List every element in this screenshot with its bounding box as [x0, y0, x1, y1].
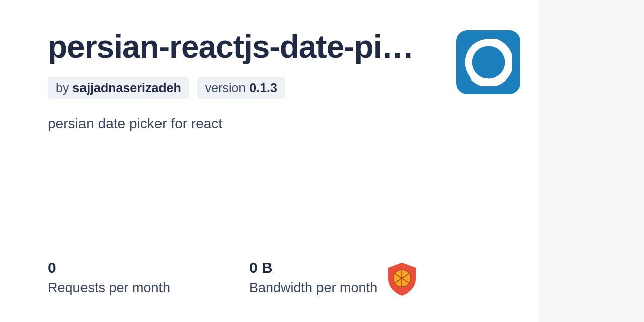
jsdelivr-logo-icon	[386, 262, 418, 297]
author-badge: by sajjadnaserizadeh	[48, 77, 189, 99]
stat-requests-label: Requests per month	[48, 280, 249, 296]
badges-row: by sajjadnaserizadeh version 0.1.3	[48, 77, 441, 99]
version-badge: version 0.1.3	[197, 77, 285, 99]
stat-requests-value: 0	[48, 259, 249, 276]
author-name: sajjadnaserizadeh	[72, 80, 181, 95]
stat-bandwidth-label: Bandwidth per month	[249, 280, 450, 296]
stat-requests: 0 Requests per month	[48, 259, 249, 296]
avatar	[456, 30, 520, 94]
stat-bandwidth-value: 0 B	[249, 259, 450, 276]
by-prefix: by	[56, 80, 72, 95]
sidebar-edge	[538, 0, 644, 322]
avatar-icon	[465, 39, 512, 86]
package-description: persian date picker for react	[48, 116, 441, 132]
stat-bandwidth: 0 B Bandwidth per month	[249, 259, 450, 296]
version-value: 0.1.3	[249, 80, 277, 95]
package-title: persian-reactjs-date-pi…	[48, 30, 435, 64]
version-prefix: version	[205, 80, 250, 95]
